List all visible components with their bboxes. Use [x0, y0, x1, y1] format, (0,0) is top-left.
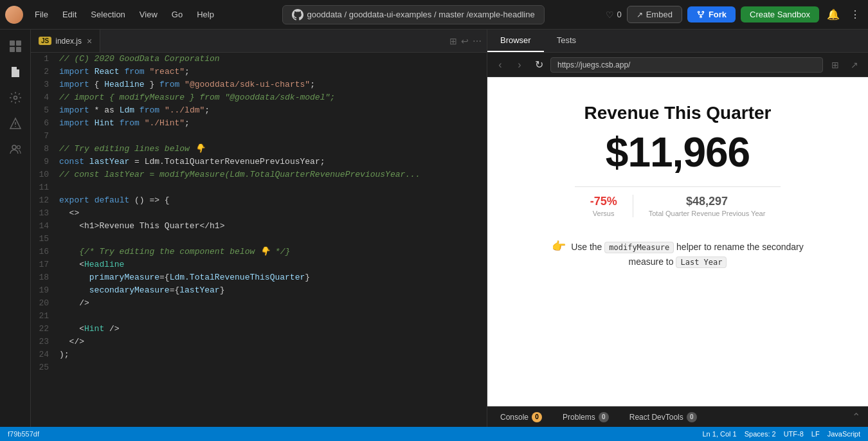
tab-browser[interactable]: Browser [487, 30, 544, 52]
sidebar-users-icon[interactable] [4, 138, 27, 161]
sidebar-deploy-icon[interactable] [4, 112, 27, 135]
line-number: 23 [31, 336, 59, 348]
code-line-9: 9const lastYear = Ldm.TotalQuarterRevenu… [31, 156, 487, 168]
svg-rect-2 [10, 47, 15, 52]
line-number: 6 [31, 117, 59, 130]
split-editor-icon[interactable]: ⊞ [449, 36, 457, 46]
github-icon [292, 9, 303, 21]
name-token: React [95, 67, 120, 76]
plain-token: } [305, 273, 310, 282]
console-tab[interactable]: Console 0 [495, 410, 547, 425]
plain-token: ; [204, 105, 210, 115]
plain-token [59, 285, 89, 295]
code-line-25: 25 [31, 361, 487, 374]
line-content: // import { modifyMeasure } from "@goodd… [59, 91, 487, 104]
comment-token: // const lastYear = modifyMeasure(Ldm.To… [59, 170, 420, 179]
browser-action-buttons: ⊞ ↗ [827, 57, 863, 73]
wrap-icon[interactable]: ↩ [461, 36, 469, 46]
code-line-21: 21 [31, 310, 487, 323]
menu-file[interactable]: File [28, 7, 55, 22]
line-content: // (C) 2020 GoodData Corporation [59, 53, 487, 66]
keyword-token: import [59, 67, 89, 76]
code-line-4: 4// import { modifyMeasure } from "@good… [31, 91, 487, 104]
line-content: import { Headline } from "@gooddata/sdk-… [59, 78, 487, 91]
tab-close-icon[interactable]: × [87, 36, 92, 46]
embed-button[interactable]: ↗ Embed [627, 6, 682, 23]
code-line-23: 23 </> [31, 336, 487, 348]
breadcrumb[interactable]: gooddata / gooddata-ui-examples / master… [282, 5, 545, 24]
bell-icon[interactable]: 🔔 [824, 6, 842, 23]
line-number: 11 [31, 181, 59, 194]
back-button[interactable]: ‹ [493, 57, 508, 73]
line-ending-status[interactable]: LF [811, 430, 820, 438]
create-sandbox-button[interactable]: Create Sandbox [741, 6, 819, 22]
preview-metrics: -75% Versus $48,297 Total Quarter Revenu… [575, 186, 781, 217]
indent-spaces[interactable]: Spaces: 2 [745, 430, 776, 438]
menu-edit[interactable]: Edit [56, 7, 83, 22]
svg-rect-4 [13, 71, 18, 72]
embed-label: Embed [646, 10, 673, 19]
console-bar: Console 0 Problems 0 React DevTools 0 ⌃ [487, 406, 868, 427]
editor-tab-index[interactable]: JS index.js × [31, 30, 100, 52]
line-number: 7 [31, 130, 59, 143]
code-line-3: 3import { Headline } from "@gooddata/sdk… [31, 78, 487, 91]
cursor-position[interactable]: Ln 1, Col 1 [703, 430, 737, 438]
url-bar[interactable]: https://juegs.csb.app/ [550, 57, 823, 73]
metric2-label: Total Quarter Revenue Previous Year [649, 210, 766, 217]
attr-token: primaryMeasure [89, 273, 159, 282]
line-number: 4 [31, 91, 59, 104]
menu-view[interactable]: View [133, 7, 164, 22]
open-new-window-icon[interactable]: ⊞ [827, 57, 844, 73]
status-right: Ln 1, Col 1 Spaces: 2 UTF-8 LF JavaScrip… [703, 430, 861, 438]
problems-tab[interactable]: Problems 0 [557, 410, 614, 425]
status-bar: f79b557df Ln 1, Col 1 Spaces: 2 UTF-8 LF… [0, 427, 868, 441]
plain-token: /> [104, 324, 119, 334]
menu-selection[interactable]: Selection [84, 7, 131, 22]
comment-token: // (C) 2020 GoodData Corporation [59, 54, 220, 64]
refresh-button[interactable]: ↻ [531, 57, 547, 73]
line-content: ); [59, 348, 487, 361]
sidebar-logo-icon[interactable] [4, 35, 27, 58]
editor-tab-icons: ⊞ ↩ ⋯ [444, 36, 487, 46]
line-number: 25 [31, 361, 59, 374]
forward-button[interactable]: › [512, 57, 527, 73]
plain-token [114, 118, 120, 128]
line-number: 13 [31, 207, 59, 220]
more-editor-icon[interactable]: ⋯ [473, 36, 482, 46]
plain-token: ; [185, 67, 190, 76]
language-status[interactable]: JavaScript [827, 430, 860, 438]
heart-area[interactable]: ♡ 0 [606, 10, 621, 20]
hint-text-before: Use the [571, 242, 602, 252]
svg-point-7 [12, 145, 16, 149]
plain-token [159, 105, 165, 115]
code-line-2: 2import React from "react"; [31, 66, 487, 78]
name-token: Hint [95, 118, 114, 128]
devtools-label: React DevTools [629, 413, 683, 422]
devtools-tab[interactable]: React DevTools 0 [624, 410, 702, 425]
keyword-token: import [59, 80, 89, 89]
plain-token: ={ [170, 285, 180, 295]
more-options-icon[interactable]: ⋮ [847, 6, 863, 23]
code-editor[interactable]: 1// (C) 2020 GoodData Corporation2import… [31, 53, 487, 427]
code-line-11: 11 [31, 181, 487, 194]
topbar: File Edit Selection View Go Help gooddat… [0, 0, 868, 30]
tab-tests[interactable]: Tests [544, 30, 589, 52]
svg-rect-3 [16, 47, 21, 52]
comment-token: // Try editing lines below 👇 [59, 144, 205, 154]
fork-label: Fork [709, 10, 727, 19]
menu-help[interactable]: Help [190, 7, 221, 22]
editor-pane: JS index.js × ⊞ ↩ ⋯ 1// (C) 2020 GoodDat… [31, 30, 487, 427]
external-link-icon[interactable]: ↗ [846, 57, 863, 73]
avatar[interactable] [5, 6, 23, 24]
sidebar-settings-icon[interactable] [4, 86, 27, 109]
sidebar-file-icon[interactable] [4, 60, 27, 84]
line-number: 8 [31, 143, 59, 156]
line-number: 15 [31, 233, 59, 246]
console-expand-icon[interactable]: ⌃ [852, 411, 860, 423]
svg-rect-1 [16, 40, 21, 46]
menu-go[interactable]: Go [165, 7, 189, 22]
metric1-value: -75% [590, 195, 617, 208]
fork-button[interactable]: Fork [687, 6, 736, 22]
encoding-status[interactable]: UTF-8 [784, 430, 804, 438]
line-number: 1 [31, 53, 59, 66]
